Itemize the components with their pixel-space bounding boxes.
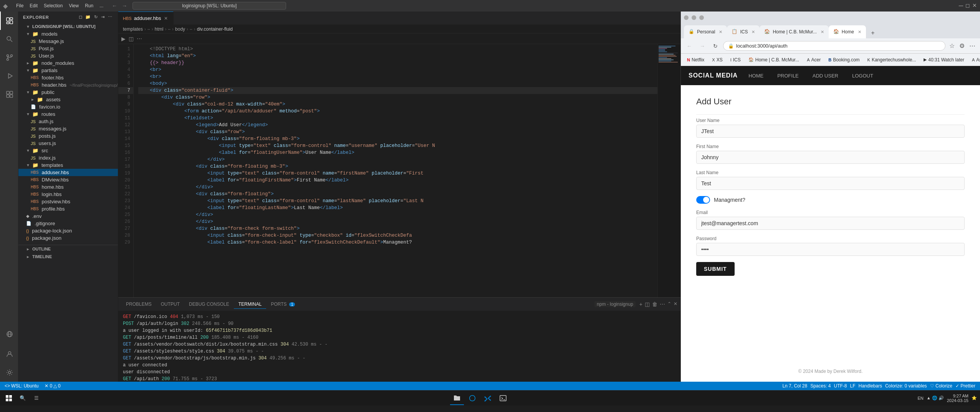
bookmark-watch-later[interactable]: ▶ 40:31 Watch later	[920, 56, 967, 63]
terminal-tab-output[interactable]: OUTPUT	[156, 300, 184, 309]
menu-view[interactable]: View	[66, 2, 82, 10]
ics-tab-close-icon[interactable]: ✕	[752, 30, 755, 35]
bookmark-aspire[interactable]: A Aspire wholesale -...	[969, 56, 980, 63]
browser-url-bar[interactable]: 🔒 localhost:3000/api/auth	[723, 41, 945, 51]
remote-activity-btn[interactable]	[0, 325, 18, 343]
browser-max-btn[interactable]	[699, 15, 704, 20]
browser-min-btn[interactable]	[692, 15, 696, 20]
bookmark-booking[interactable]: B Booking.com	[825, 56, 862, 63]
nav-add-user[interactable]: ADD USER	[809, 71, 841, 80]
terminal-session-label[interactable]: npm - loginsignup	[594, 301, 636, 307]
account-activity-btn[interactable]	[0, 345, 18, 363]
terminal-more-icon[interactable]: ⋯	[660, 301, 665, 307]
new-tab-button[interactable]: +	[867, 28, 878, 38]
debug-activity-btn[interactable]	[0, 67, 18, 85]
file-messagejs[interactable]: JS Message.js	[18, 38, 118, 45]
timeline-section[interactable]: ► TIMELINE	[18, 253, 118, 260]
file-home-hbs[interactable]: HBS home.hbs	[18, 183, 118, 191]
file-dmview-hbs[interactable]: HBS DMview.hbs	[18, 176, 118, 183]
browser-bookmark-icon[interactable]: ☆	[948, 42, 956, 49]
menu-more[interactable]: ...	[96, 2, 106, 10]
search-activity-btn[interactable]	[0, 30, 18, 48]
breadcrumb-body[interactable]: body	[175, 26, 185, 32]
taskbar-view-btn[interactable]: ☰	[31, 392, 42, 404]
breadcrumb-div[interactable]: div.container-fluid	[197, 26, 233, 32]
terminal-tab-terminal[interactable]: TERMINAL	[234, 300, 267, 309]
tab-close-btn[interactable]: ✕	[163, 16, 169, 21]
bookmark-xs[interactable]: X XS	[709, 56, 725, 63]
more-icon[interactable]: ⋯	[107, 15, 113, 20]
minimize-btn[interactable]: ─	[959, 2, 963, 9]
status-colorize[interactable]: Colorize: 0 variables	[884, 383, 929, 389]
code-editor[interactable]: 1 2 3 4 5 6 7 8 9 10 11 12 13	[118, 44, 680, 297]
forward-arrow-icon[interactable]: →	[120, 3, 129, 9]
folder-public[interactable]: ▼ 📁 public	[18, 89, 118, 96]
maximize-btn[interactable]: ◻	[965, 2, 970, 9]
browser-tab-home[interactable]: 🏠 Home ✕	[829, 25, 866, 38]
menu-edit[interactable]: Edit	[26, 2, 41, 10]
firstname-input[interactable]	[696, 151, 965, 164]
bookmark-acer[interactable]: A Acer	[804, 56, 824, 63]
status-encoding[interactable]: UTF-8	[833, 383, 849, 389]
extensions-activity-btn[interactable]	[0, 85, 18, 104]
back-arrow-icon[interactable]: ←	[110, 3, 119, 9]
settings-activity-btn[interactable]	[0, 363, 18, 382]
file-messages-js[interactable]: JS messages.js	[18, 125, 118, 132]
browser-more-icon[interactable]: ⋯	[968, 42, 977, 49]
breadcrumb-templates[interactable]: templates	[123, 26, 143, 32]
folder-partials[interactable]: ▼ 📁 partials	[18, 67, 118, 74]
run-icon[interactable]: ▶	[121, 36, 126, 42]
refresh-icon[interactable]: ↻	[93, 15, 99, 20]
browser-forward-btn[interactable]: →	[697, 41, 708, 51]
file-login-hbs[interactable]: HBS login.hbs	[18, 191, 118, 198]
browser-tab-cbmcmur[interactable]: 🏠 Home | C.B. McMur... ✕	[760, 25, 828, 38]
file-postjs[interactable]: JS Post.js	[18, 45, 118, 52]
browser-extension-icon[interactable]: ⚙	[958, 42, 966, 49]
file-favicon[interactable]: 📄 favicon.io	[18, 103, 118, 110]
cbmcmur-tab-close-icon[interactable]: ✕	[821, 30, 824, 35]
code-content[interactable]: <!DOCTYPE html> <html lang="en"> {{> hea…	[134, 44, 657, 297]
file-userjs[interactable]: JS User.js	[18, 52, 118, 59]
bookmark-netflix[interactable]: N Netflix	[684, 56, 707, 63]
terminal-tab-ports[interactable]: PORTS 1	[266, 300, 300, 309]
browser-tab-personal[interactable]: 🔒 Personal ✕	[684, 25, 727, 38]
management-toggle[interactable]	[696, 196, 710, 204]
bookmark-ics[interactable]: I ICS	[727, 56, 744, 63]
file-profile-hbs[interactable]: HBS profile.hbs	[18, 205, 118, 213]
file-package-lock-json[interactable]: {} package-lock.json	[18, 227, 118, 234]
add-terminal-icon[interactable]: +	[639, 301, 642, 307]
terminal-tab-debug[interactable]: DEBUG CONSOLE	[184, 300, 234, 309]
kill-terminal-icon[interactable]: 🗑	[652, 301, 657, 307]
file-gitignore[interactable]: 📄 .gitignore	[18, 220, 118, 227]
source-control-activity-btn[interactable]	[0, 48, 18, 67]
show-desktop-btn[interactable]: ⭐	[972, 396, 977, 400]
panel-up-icon[interactable]: ⌃	[667, 301, 671, 307]
taskbar-vscode-icon[interactable]	[481, 391, 495, 405]
file-package-json[interactable]: {} package.json	[18, 234, 118, 242]
collapse-icon[interactable]: ⇥	[100, 15, 106, 20]
start-button[interactable]	[3, 392, 15, 404]
status-wsl-btn[interactable]: <> WSL: Ubuntu	[3, 383, 40, 389]
command-palette[interactable]: loginsignup [WSL: Ubuntu]	[132, 2, 286, 10]
folder-templates[interactable]: ▼ 📁 templates	[18, 162, 118, 169]
taskbar-search-btn[interactable]: 🔍	[17, 392, 28, 404]
status-prettier[interactable]: ✓ Prettier	[954, 383, 977, 389]
new-file-icon[interactable]: ◻	[78, 15, 83, 20]
folder-assets[interactable]: ► 📁 assets	[18, 96, 118, 103]
menu-run[interactable]: Run	[82, 2, 96, 10]
project-title[interactable]: ▼ LOGINSIGNUP [WSL: UBUNTU]	[18, 23, 118, 30]
status-colorize-btn[interactable]: ♡ Colorize	[929, 383, 954, 389]
nav-profile[interactable]: PROFILE	[774, 71, 802, 80]
file-auth-js[interactable]: JS auth.js	[18, 118, 118, 125]
username-input[interactable]	[696, 125, 965, 138]
file-footer-hbs[interactable]: HBS footer.hbs	[18, 74, 118, 81]
email-input[interactable]	[696, 217, 965, 230]
file-env[interactable]: ◆ .env	[18, 213, 118, 220]
bookmark-cbmcmur[interactable]: 🏠 Home | C.B. McMur...	[745, 56, 802, 63]
file-adduser-hbs[interactable]: HBS adduser.hbs	[18, 169, 118, 176]
outline-section[interactable]: ► OUTLINE	[18, 245, 118, 253]
folder-models[interactable]: ▼ 📁 models	[18, 30, 118, 38]
split-icon[interactable]: ◫	[129, 36, 134, 42]
browser-back-btn[interactable]: ←	[684, 41, 695, 51]
bookmark-kanger[interactable]: K Kangertechuswhole...	[864, 56, 919, 63]
